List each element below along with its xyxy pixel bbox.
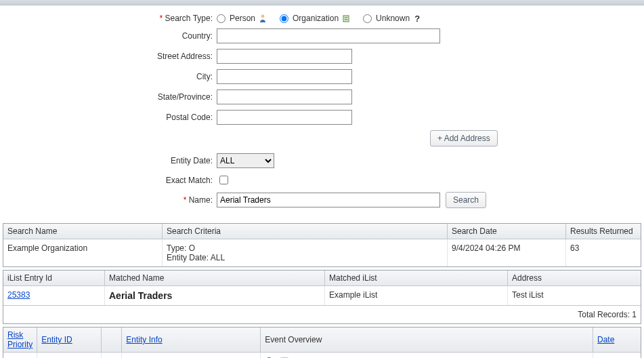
label-name: * Name: [7, 195, 217, 205]
detail-cell-date: 1/11/2024 [593, 353, 641, 358]
search-form: * Search Type: Person Organization Unkno… [0, 5, 644, 220]
state-input[interactable] [217, 90, 352, 104]
label-entity-date: Entity Date: [7, 156, 217, 165]
person-icon [258, 14, 267, 23]
radio-organization-label: Organization [293, 14, 339, 23]
detail-table: Risk Priority Entity ID Entity Info Even… [3, 327, 641, 358]
svg-rect-3 [347, 17, 348, 18]
row-city: City: [7, 69, 637, 84]
history-criteria-line1: Type: O [167, 243, 443, 253]
radio-unknown[interactable]: Unknown ? [363, 14, 422, 23]
detail-header-entity-id[interactable]: Entity ID [37, 327, 102, 353]
ilist-row: 25383 Aerial Traders Example iList Test … [3, 286, 641, 305]
svg-point-0 [261, 15, 265, 18]
radio-unknown-input[interactable] [363, 14, 372, 23]
ilist-header-row: iList Entry Id Matched Name Matched iLis… [3, 271, 641, 286]
exact-match-checkbox[interactable] [219, 176, 228, 184]
organization-icon [341, 14, 351, 23]
history-header-row: Search Name Search Criteria Search Date … [3, 224, 641, 239]
detail-row: U 212899066 Aerial Traders [3, 353, 641, 358]
history-header-results[interactable]: Results Returned [566, 224, 641, 239]
detail-header-row: Risk Priority Entity ID Entity Info Even… [3, 327, 641, 353]
label-city: City: [7, 72, 217, 81]
history-header-date[interactable]: Search Date [448, 224, 566, 239]
history-header-name[interactable]: Search Name [3, 224, 163, 239]
label-exact-match: Exact Match: [7, 176, 217, 185]
row-street: Street Address: [7, 49, 637, 64]
ilist-cell-entry-id: 25383 [3, 286, 105, 305]
detail-header-risk-link[interactable]: Risk Priority [7, 330, 33, 349]
detail-header-event[interactable]: Event Overview [261, 327, 593, 353]
search-type-radio-group: Person Organization Unknown ? [217, 14, 422, 23]
city-input[interactable] [217, 69, 352, 84]
detail-header-entity-info-link[interactable]: Entity Info [126, 335, 162, 344]
ilist-cell-matched-name: Aerial Traders [105, 286, 325, 305]
question-icon: ? [412, 14, 422, 23]
ilist-table: iList Entry Id Matched Name Matched iLis… [3, 270, 641, 324]
row-state: State/Province: [7, 90, 637, 104]
radio-person-label: Person [230, 14, 255, 23]
detail-cell-entity-info: Aerial Traders [122, 353, 261, 358]
detail-header-risk[interactable]: Risk Priority [3, 327, 37, 353]
search-button[interactable]: Search [446, 192, 486, 208]
detail-header-icon [102, 327, 122, 353]
ilist-total-records: Total Records: 1 [3, 305, 641, 323]
label-postal: Postal Code: [7, 113, 217, 122]
ilist-header-entry-id[interactable]: iList Entry Id [3, 271, 105, 286]
postal-input[interactable] [217, 110, 352, 125]
detail-cell-type-icon [102, 353, 122, 358]
row-search-type: * Search Type: Person Organization Unkno… [7, 14, 637, 23]
row-entity-date: Entity Date: ALL [7, 153, 637, 168]
detail-header-entity-id-link[interactable]: Entity ID [41, 335, 72, 344]
svg-rect-1 [343, 16, 349, 22]
history-cell-results: 63 [566, 239, 641, 266]
row-name: * Name: Search [7, 192, 637, 208]
entity-date-select[interactable]: ALL [217, 153, 274, 168]
add-address-button[interactable]: + Add Address [430, 130, 498, 146]
history-cell-date: 9/4/2024 04:26 PM [448, 239, 566, 266]
svg-rect-4 [345, 19, 346, 20]
detail-cell-risk: U [3, 353, 37, 358]
ilist-header-address[interactable]: Address [508, 271, 641, 286]
row-exact-match: Exact Match: [7, 174, 637, 186]
detail-cell-event: RiskConnect [261, 353, 593, 358]
radio-person[interactable]: Person [217, 14, 267, 23]
radio-person-input[interactable] [217, 14, 226, 23]
search-history-table: Search Name Search Criteria Search Date … [3, 223, 641, 267]
label-country: Country: [7, 31, 217, 41]
ilist-cell-address: Test iList [508, 286, 641, 305]
detail-header-entity-info[interactable]: Entity Info [122, 327, 261, 353]
svg-rect-2 [345, 17, 346, 18]
detail-cell-entity-id: 212899066 [37, 353, 102, 358]
radio-unknown-label: Unknown [376, 14, 410, 23]
history-row: Example Organization Type: O Entity Date… [3, 239, 641, 266]
street-input[interactable] [217, 49, 352, 64]
country-input[interactable] [217, 28, 440, 43]
label-state: State/Province: [7, 92, 217, 102]
detail-header-date-link[interactable]: Date [597, 335, 614, 344]
svg-rect-5 [347, 19, 348, 20]
history-cell-name: Example Organization [3, 239, 163, 266]
label-search-type: * Search Type: [7, 14, 217, 23]
radio-organization[interactable]: Organization [280, 14, 351, 23]
history-criteria-line2: Entity Date: ALL [167, 253, 443, 262]
row-country: Country: [7, 28, 637, 43]
ilist-header-matched-name[interactable]: Matched Name [105, 271, 325, 286]
ilist-footer-row: Total Records: 1 [3, 305, 641, 323]
ilist-cell-matched-ilist: Example iList [325, 286, 508, 305]
label-street: Street Address: [7, 52, 217, 61]
ilist-entry-id-link[interactable]: 25383 [7, 290, 30, 300]
name-input[interactable] [217, 193, 440, 207]
window-top-bar [0, 0, 644, 5]
row-postal: Postal Code: [7, 110, 637, 125]
detail-header-date[interactable]: Date [593, 327, 641, 353]
ilist-header-matched-ilist[interactable]: Matched iList [325, 271, 508, 286]
row-add-address: + Add Address [7, 130, 637, 146]
history-cell-criteria: Type: O Entity Date: ALL [163, 239, 448, 266]
radio-organization-input[interactable] [280, 14, 288, 23]
history-header-criteria[interactable]: Search Criteria [163, 224, 448, 239]
ilist-matched-name: Aerial Traders [109, 290, 172, 301]
